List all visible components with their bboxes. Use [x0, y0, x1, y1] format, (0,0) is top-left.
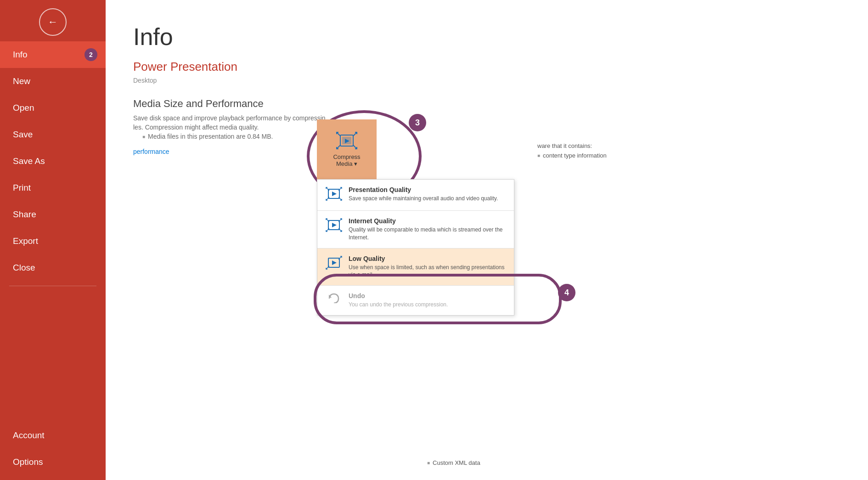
sidebar-item-save-as[interactable]: Save As [0, 148, 106, 175]
inspect-content-row: ■ content type information [537, 152, 607, 159]
svg-line-6 [353, 145, 357, 149]
xml-data-label: Custom XML data [433, 459, 480, 466]
sidebar-item-label: Open [13, 103, 34, 113]
low-quality-icon [326, 256, 342, 273]
sidebar-item-label: Export [13, 236, 38, 246]
dropdown-item-presentation-quality-text: Presentation Quality Save space while ma… [349, 186, 498, 203]
sidebar-bottom: Account Options [0, 422, 106, 480]
sidebar-item-save[interactable]: Save [0, 121, 106, 148]
presentation-title: Power Presentation [133, 60, 840, 74]
sidebar: ← Info 2 New Open Save Save As Print Sha… [0, 0, 106, 480]
step-badge-4: 4 [558, 284, 575, 301]
sidebar-item-label: Save [13, 130, 33, 139]
undo-text: Undo You can undo the previous compressi… [349, 292, 448, 309]
sidebar-item-label: Close [13, 263, 35, 272]
dropdown-item-low-quality-text: Low Quality Use when space is limited, s… [349, 255, 506, 279]
sidebar-item-label: Account [13, 430, 45, 440]
svg-marker-14 [332, 223, 337, 227]
inspect-desc: ware that it contains: [537, 142, 607, 149]
low-quality-desc: Use when space is limited, such as when … [349, 264, 506, 279]
media-file-size: Media files in this presentation are 0.8… [142, 133, 840, 140]
svg-line-5 [337, 145, 340, 149]
media-desc-2: les. Compression might affect media qual… [133, 124, 455, 131]
presentation-quality-icon [326, 187, 342, 204]
sidebar-item-options[interactable]: Options [0, 449, 106, 475]
media-desc-1: Save disk space and improve playback per… [133, 114, 455, 122]
sidebar-item-open[interactable]: Open [0, 95, 106, 121]
media-section: Media Size and Performance Save disk spa… [133, 98, 840, 156]
sidebar-item-new[interactable]: New [0, 68, 106, 95]
page-title: Info [133, 23, 840, 51]
undo-desc: You can undo the previous compression. [349, 301, 448, 309]
presentation-quality-title: Presentation Quality [349, 186, 498, 193]
compress-media-icon [336, 131, 358, 150]
media-section-header: Media Size and Performance [133, 98, 840, 110]
compress-button-label: CompressMedia ▾ [333, 153, 360, 167]
step-badge-3: 3 [409, 114, 426, 131]
sidebar-item-info[interactable]: Info 2 [0, 41, 106, 68]
sidebar-item-label: Info [13, 50, 28, 59]
back-icon: ← [48, 16, 58, 28]
sidebar-item-label: Options [13, 457, 43, 467]
main-content: Info Power Presentation Desktop Media Si… [106, 0, 868, 480]
svg-marker-20 [332, 260, 337, 265]
internet-quality-icon [326, 218, 342, 235]
sidebar-item-label: Print [13, 183, 31, 192]
low-quality-title: Low Quality [349, 255, 506, 262]
dropdown-item-internet-quality-text: Internet Quality Quality will be compara… [349, 217, 506, 242]
sidebar-item-print[interactable]: Print [0, 175, 106, 201]
sidebar-nav: Info 2 New Open Save Save As Print Share… [0, 41, 106, 480]
dropdown-item-presentation-quality[interactable]: Presentation Quality Save space while ma… [317, 180, 514, 210]
sidebar-item-share[interactable]: Share [0, 201, 106, 228]
sidebar-item-account[interactable]: Account [0, 422, 106, 449]
compress-media-dropdown: Presentation Quality Save space while ma… [317, 179, 514, 316]
inspect-content-type: content type information [543, 152, 607, 159]
svg-marker-8 [332, 192, 337, 196]
undo-icon [326, 292, 342, 306]
internet-quality-title: Internet Quality [349, 217, 506, 225]
optimize-link[interactable]: performance [133, 148, 169, 155]
dropdown-item-undo[interactable]: Undo You can undo the previous compressi… [317, 286, 514, 315]
undo-title: Undo [349, 292, 448, 299]
svg-line-3 [337, 132, 340, 136]
xml-data-row: ■ Custom XML data [427, 459, 480, 466]
presentation-quality-desc: Save space while maintaining overall aud… [349, 195, 498, 203]
file-location-text: Desktop [133, 77, 157, 84]
svg-line-4 [353, 132, 357, 136]
sidebar-item-label: Save As [13, 156, 45, 166]
back-button[interactable]: ← [39, 8, 67, 36]
step-badge-2: 2 [85, 48, 97, 61]
media-text-block: Media Size and Performance Save disk spa… [133, 98, 840, 156]
dropdown-item-internet-quality[interactable]: Internet Quality Quality will be compara… [317, 211, 514, 248]
sidebar-divider [9, 286, 96, 286]
file-location: Desktop [133, 77, 840, 84]
internet-quality-desc: Quality will be comparable to media whic… [349, 226, 506, 242]
sidebar-item-label: Share [13, 209, 36, 219]
sidebar-item-export[interactable]: Export [0, 228, 106, 254]
sidebar-item-label: New [13, 76, 30, 86]
dropdown-item-low-quality[interactable]: Low Quality Use when space is limited, s… [317, 248, 514, 286]
compress-media-button[interactable]: CompressMedia ▾ [317, 119, 377, 179]
sidebar-item-close[interactable]: Close [0, 254, 106, 281]
right-inspect-text: ware that it contains: ■ content type in… [537, 142, 607, 162]
